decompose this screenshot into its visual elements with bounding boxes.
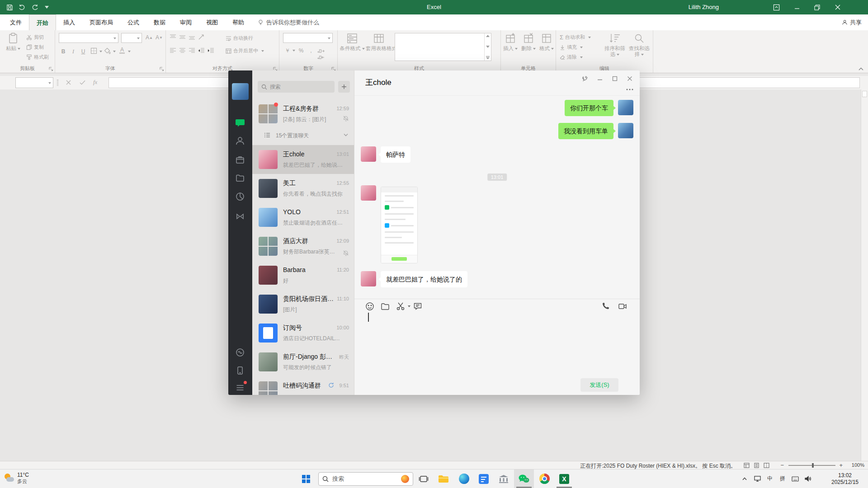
list-item[interactable]: 美工 12:55 你先看看，晚点我去找你: [252, 174, 354, 203]
merge-center-button[interactable]: 合并后居中: [226, 47, 264, 54]
font-color-button[interactable]: A: [118, 47, 127, 55]
formula-bar-splitter[interactable]: [57, 80, 58, 86]
decrease-decimal-icon[interactable]: [317, 55, 325, 59]
autosum-button[interactable]: Σ 自动求和: [560, 34, 591, 41]
hidden-icons-chevron[interactable]: [739, 469, 750, 488]
avatar[interactable]: [361, 146, 376, 162]
conditional-formatting-button[interactable]: 条件格式: [340, 32, 365, 52]
avatar[interactable]: [232, 83, 249, 100]
chat-maximize-icon[interactable]: [610, 74, 619, 83]
decrease-indent-icon[interactable]: [198, 47, 205, 54]
cell-styles-gallery[interactable]: [395, 33, 491, 61]
taskbar-search-input[interactable]: 搜索: [318, 472, 413, 486]
gallery-scroll[interactable]: [484, 33, 491, 61]
zoom-level[interactable]: 100%: [852, 462, 864, 468]
message-bubble-outgoing[interactable]: 我没看到用车单: [558, 123, 613, 139]
chats-icon[interactable]: [235, 118, 245, 128]
cancel-entry-icon[interactable]: [66, 80, 71, 85]
orientation-icon[interactable]: [198, 34, 205, 40]
sort-filter-button[interactable]: 排序和筛选: [603, 32, 627, 57]
dialog-launcher-icon[interactable]: [49, 67, 54, 72]
volume-icon[interactable]: [802, 469, 814, 488]
tab-data[interactable]: 数据: [146, 14, 173, 30]
task-view-button[interactable]: [414, 469, 434, 488]
percent-style-button[interactable]: %: [297, 47, 306, 55]
list-item[interactable]: 吐槽码沟通群 9:51 …: [252, 376, 354, 395]
blue-app-button[interactable]: [474, 469, 494, 488]
tab-home[interactable]: 开始: [29, 14, 56, 30]
align-middle-icon[interactable]: [179, 34, 186, 40]
more-options-icon[interactable]: [625, 85, 634, 94]
increase-font-icon[interactable]: BA▲: [145, 33, 154, 42]
delete-cells-button[interactable]: 删除: [520, 32, 537, 52]
tab-formulas[interactable]: 公式: [120, 14, 146, 30]
mini-programs-icon[interactable]: [235, 347, 245, 357]
wrap-text-button[interactable]: 自动换行: [226, 35, 253, 42]
contacts-icon[interactable]: [235, 136, 245, 146]
wechat-taskbar-button[interactable]: [514, 469, 534, 488]
avatar[interactable]: [618, 100, 633, 115]
ime-mode-indicator[interactable]: 中: [764, 469, 776, 488]
moments-icon[interactable]: [235, 192, 245, 202]
channels-icon[interactable]: [235, 211, 245, 221]
chrome-button[interactable]: [534, 469, 554, 488]
align-bottom-icon[interactable]: [189, 34, 195, 40]
building-app-button[interactable]: [494, 469, 514, 488]
start-button[interactable]: [296, 469, 316, 488]
decrease-font-icon[interactable]: A▼: [155, 33, 164, 42]
normal-view-icon[interactable]: [744, 463, 750, 468]
insert-function-button[interactable]: fx: [93, 79, 97, 86]
message-bubble-outgoing[interactable]: 你们开那个车: [565, 100, 613, 116]
underline-button[interactable]: U: [79, 47, 88, 56]
increase-decimal-icon[interactable]: [317, 48, 325, 53]
confirm-entry-icon[interactable]: [80, 80, 85, 85]
restore-button[interactable]: [807, 0, 827, 14]
cut-button[interactable]: 剪切: [26, 34, 44, 41]
font-size-combo[interactable]: [121, 33, 142, 43]
comma-style-button[interactable]: ,: [307, 47, 316, 55]
number-format-combo[interactable]: [283, 33, 333, 43]
copy-button[interactable]: 复制: [26, 44, 44, 51]
list-item[interactable]: 前厅-Django 彭… 昨天 可能发的时候点错了: [252, 347, 354, 376]
display-tray-icon[interactable]: [751, 469, 763, 488]
chat-close-icon[interactable]: [625, 74, 634, 83]
tab-view[interactable]: 视图: [199, 14, 225, 30]
fill-button[interactable]: 填充: [560, 44, 583, 51]
increase-indent-icon[interactable]: [208, 47, 214, 54]
avatar[interactable]: [361, 271, 376, 286]
avatar[interactable]: [618, 123, 633, 138]
message-bubble-incoming[interactable]: 帕萨特: [381, 146, 410, 163]
fill-color-button[interactable]: [104, 47, 111, 54]
list-item-selected[interactable]: 王chole 13:01 就差巴巴姐了，给她说…: [252, 145, 354, 174]
format-as-table-button[interactable]: 套用表格格式: [366, 32, 392, 52]
pinned-chats-toggle[interactable]: 15个置顶聊天: [252, 126, 354, 145]
list-item[interactable]: YOLO 12:51 禁止吸烟请勿在酒店任…: [252, 203, 354, 232]
tab-insert[interactable]: 插入: [56, 14, 82, 30]
tab-page-layout[interactable]: 页面布局: [82, 14, 120, 30]
chat-files-icon[interactable]: [235, 173, 245, 183]
minimize-button[interactable]: [787, 0, 807, 14]
align-right-icon[interactable]: [189, 47, 195, 54]
list-item[interactable]: 订阅号 10:00 酒店日记HOTELDAILY: …: [252, 319, 354, 347]
format-cells-button[interactable]: 格式: [538, 32, 555, 52]
scrollbar-thumb[interactable]: [862, 91, 867, 97]
excel-taskbar-button[interactable]: X: [554, 469, 574, 488]
page-layout-view-icon[interactable]: [754, 463, 760, 468]
borders-button[interactable]: [90, 47, 97, 54]
font-name-combo[interactable]: [59, 33, 118, 43]
vertical-scrollbar[interactable]: [861, 89, 868, 461]
favorites-icon[interactable]: [235, 155, 245, 165]
message-bubble-incoming[interactable]: 就差巴巴姐了，给她说了的: [381, 271, 467, 287]
page-break-view-icon[interactable]: [764, 463, 769, 468]
zoom-in-button[interactable]: +: [839, 462, 843, 469]
clear-button[interactable]: 清除: [560, 54, 583, 61]
insert-cells-button[interactable]: 插入: [502, 32, 519, 52]
avatar[interactable]: [361, 185, 376, 201]
ribbon-display-options-icon[interactable]: [766, 0, 787, 14]
send-button[interactable]: 发送(S): [580, 378, 618, 392]
collapse-ribbon-icon[interactable]: [859, 67, 863, 70]
zoom-slider[interactable]: [788, 465, 835, 466]
zoom-slider-thumb[interactable]: [812, 463, 814, 468]
list-item[interactable]: 工程&房务群 12:59 [2条] 陈云：[图片]: [252, 99, 354, 126]
account-name[interactable]: Lilith Zhong: [689, 0, 719, 14]
